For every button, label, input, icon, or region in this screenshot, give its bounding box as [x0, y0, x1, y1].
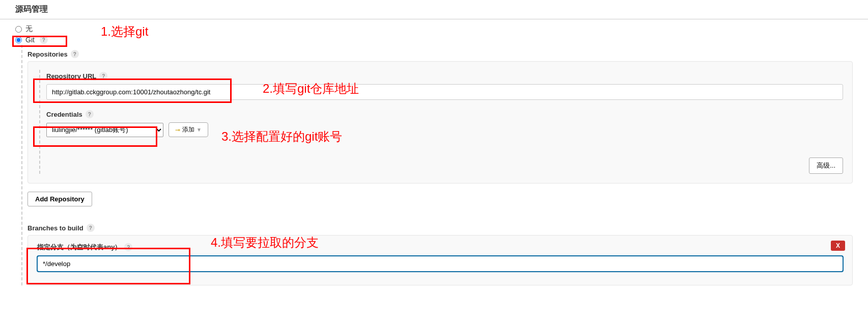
branches-label: Branches to build ? [27, 224, 868, 232]
radio-none[interactable] [15, 26, 22, 33]
credentials-label: Credentials ? [46, 110, 843, 118]
repositories-label: Repositories ? [27, 50, 868, 58]
help-icon[interactable]: ? [86, 110, 94, 118]
advanced-row: 高级... [46, 158, 843, 174]
repo-url-label-text: Repository URL [46, 72, 96, 80]
repositories-label-text: Repositories [27, 50, 68, 58]
branch-spec-label: 指定分支（为空时代表any） ? [37, 243, 843, 252]
help-icon[interactable]: ? [71, 50, 79, 58]
credentials-select[interactable]: liulingjie/****** (gitlab账号) [46, 123, 163, 137]
repo-url-label: Repository URL ? [46, 72, 843, 80]
key-icon: ⊸ [175, 126, 180, 134]
branches-box: X 指定分支（为空时代表any） ? [27, 235, 853, 285]
branch-spec-input[interactable] [37, 256, 843, 272]
repo-url-input[interactable] [46, 84, 843, 100]
git-config-block: Repositories ? Repository URL ? Credenti… [21, 45, 868, 285]
repository-box: Repository URL ? Credentials ? liulingji… [27, 61, 853, 183]
credentials-label-text: Credentials [46, 111, 82, 118]
scm-git-label: Git [25, 36, 35, 44]
help-icon[interactable]: ? [124, 243, 132, 251]
delete-branch-button[interactable]: X [831, 241, 845, 251]
add-button-label: 添加 [182, 125, 194, 134]
scm-none-label: 无 [25, 24, 33, 34]
credentials-row: liulingjie/****** (gitlab账号) ⊸ 添加 ▼ [46, 122, 843, 137]
scm-option-none[interactable]: 无 [15, 23, 868, 35]
branches-label-text: Branches to build [27, 224, 83, 232]
scm-option-git[interactable]: Git ? [15, 35, 868, 45]
add-credentials-button[interactable]: ⊸ 添加 ▼ [169, 122, 208, 137]
help-icon[interactable]: ? [87, 224, 95, 232]
radio-git[interactable] [15, 37, 22, 43]
section-title: 源码管理 [0, 0, 868, 19]
branch-spec-label-text: 指定分支（为空时代表any） [37, 243, 121, 252]
repo-inner: Repository URL ? Credentials ? liulingji… [39, 70, 843, 174]
scm-block: 无 Git ? Repositories ? Repository URL ? … [0, 23, 868, 285]
help-icon[interactable]: ? [99, 72, 107, 80]
add-repository-button[interactable]: Add Repository [27, 192, 92, 206]
chevron-down-icon: ▼ [197, 127, 202, 133]
help-icon[interactable]: ? [40, 36, 48, 44]
advanced-button[interactable]: 高级... [809, 158, 843, 174]
